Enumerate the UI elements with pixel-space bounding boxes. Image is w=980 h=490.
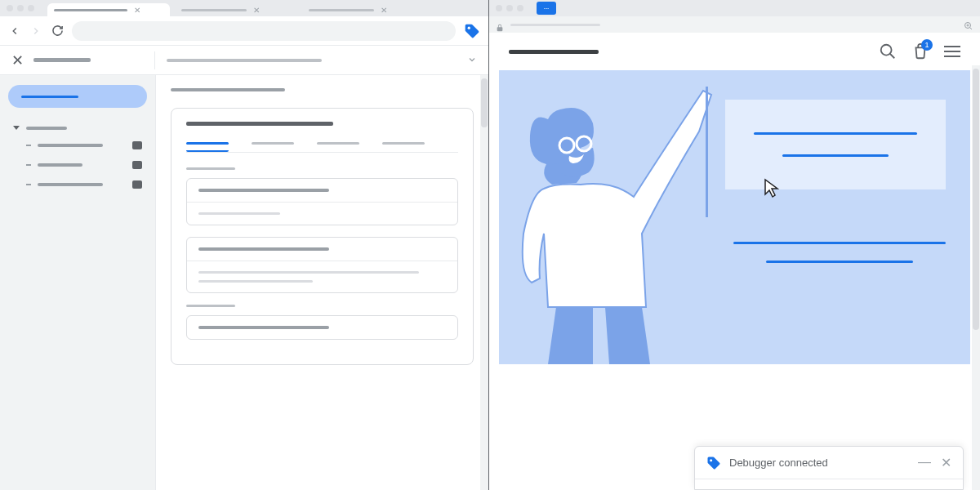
panel-title xyxy=(33,58,91,62)
description-line xyxy=(733,242,946,244)
description-line xyxy=(766,261,913,263)
promo-heading xyxy=(754,132,917,135)
promo-card[interactable] xyxy=(725,100,946,189)
card-tab[interactable] xyxy=(186,142,229,152)
group-label xyxy=(186,305,235,307)
browser-tab[interactable]: ✕ xyxy=(302,3,425,16)
cursor-icon xyxy=(763,178,782,203)
menu-icon[interactable] xyxy=(944,46,960,57)
tree-label xyxy=(38,183,103,186)
caret-down-icon xyxy=(13,126,20,130)
debugger-toast: Debugger connected — ✕ xyxy=(694,446,964,490)
window-controls[interactable] xyxy=(496,5,523,11)
tab-close-icon[interactable]: ✕ xyxy=(253,6,260,15)
store-logo[interactable] xyxy=(509,50,599,54)
browser-tab[interactable]: ✕ xyxy=(175,3,297,16)
store-header: 1 xyxy=(489,33,980,70)
tree-child[interactable] xyxy=(8,158,147,172)
code-badge-icon xyxy=(132,141,142,149)
sidebar xyxy=(0,75,155,490)
person-illustration xyxy=(499,70,760,364)
list-item[interactable] xyxy=(186,178,458,225)
browser-tab-strip: ✕ ✕ ✕ xyxy=(0,0,488,16)
chevron-down-icon[interactable] xyxy=(467,53,477,68)
card-title xyxy=(186,122,333,126)
tree-label xyxy=(38,163,82,167)
scrollbar[interactable] xyxy=(972,65,980,490)
back-button[interactable] xyxy=(8,24,21,38)
minimize-icon[interactable]: — xyxy=(918,455,931,470)
main-panel xyxy=(155,75,488,490)
cart-icon[interactable]: 1 xyxy=(911,42,929,60)
tab-title xyxy=(309,9,374,11)
scroll-thumb[interactable] xyxy=(481,78,488,127)
scrollbar[interactable] xyxy=(480,75,488,490)
panel-header: ✕ xyxy=(0,46,488,75)
website-window: ··· 1 xyxy=(488,0,980,490)
tree-label xyxy=(26,127,67,130)
devtools-window: ✕ ✕ ✕ ✕ xyxy=(0,0,488,490)
lock-icon[interactable] xyxy=(496,20,504,29)
devtools-content xyxy=(0,75,488,490)
browser-toolbar xyxy=(489,16,980,33)
url-display[interactable] xyxy=(510,24,600,26)
svg-point-0 xyxy=(468,26,470,29)
tab-close-icon[interactable]: ✕ xyxy=(134,6,140,15)
svg-rect-5 xyxy=(706,87,708,217)
tree-root[interactable] xyxy=(8,122,147,133)
toast-title: Debugger connected xyxy=(729,457,828,469)
forward-button[interactable] xyxy=(29,24,42,38)
tab-title xyxy=(181,9,247,11)
dash-icon xyxy=(26,184,31,185)
list-item[interactable] xyxy=(186,315,458,340)
tag-manager-icon[interactable] xyxy=(464,23,480,39)
close-icon[interactable]: ✕ xyxy=(941,455,951,470)
card-tab[interactable] xyxy=(317,142,359,150)
card-tab[interactable] xyxy=(252,142,294,150)
address-bar[interactable] xyxy=(72,21,456,41)
section-heading xyxy=(171,88,285,91)
tab-close-icon[interactable]: ✕ xyxy=(381,6,387,15)
code-badge-icon xyxy=(132,180,142,189)
browser-tab-strip: ··· xyxy=(489,0,980,16)
dash-icon xyxy=(26,145,31,146)
browser-tab-active[interactable]: ✕ xyxy=(47,3,170,16)
scroll-thumb[interactable] xyxy=(973,69,979,330)
promo-subheading xyxy=(782,154,889,157)
sidebar-item-label xyxy=(21,96,78,98)
panel-close-icon[interactable]: ✕ xyxy=(11,51,24,69)
storefront-page: 1 xyxy=(489,33,980,490)
tab-title xyxy=(54,9,127,11)
reload-button[interactable] xyxy=(51,24,64,38)
window-controls[interactable] xyxy=(7,5,34,11)
search-icon[interactable] xyxy=(879,42,897,60)
hero-banner xyxy=(499,70,970,364)
tag-extension-badge[interactable]: ··· xyxy=(537,2,556,15)
cart-count-badge: 1 xyxy=(921,39,933,51)
tree-label xyxy=(38,144,103,147)
tree-child[interactable] xyxy=(8,177,147,192)
tree-child[interactable] xyxy=(8,138,147,153)
svg-point-2 xyxy=(881,45,892,56)
panel-subtitle xyxy=(167,59,322,62)
card-tab[interactable] xyxy=(382,142,425,150)
dash-icon xyxy=(26,164,31,166)
description-block xyxy=(733,242,946,279)
group-label xyxy=(186,167,235,170)
list-item[interactable] xyxy=(186,237,458,293)
sidebar-active-item[interactable] xyxy=(8,85,147,108)
tag-manager-icon xyxy=(706,456,721,470)
detail-card xyxy=(171,108,474,365)
zoom-icon[interactable] xyxy=(964,20,973,29)
browser-toolbar xyxy=(0,16,488,46)
toast-body xyxy=(695,479,963,489)
code-badge-icon xyxy=(132,161,142,169)
card-tabs xyxy=(186,142,458,153)
svg-point-6 xyxy=(710,459,712,461)
